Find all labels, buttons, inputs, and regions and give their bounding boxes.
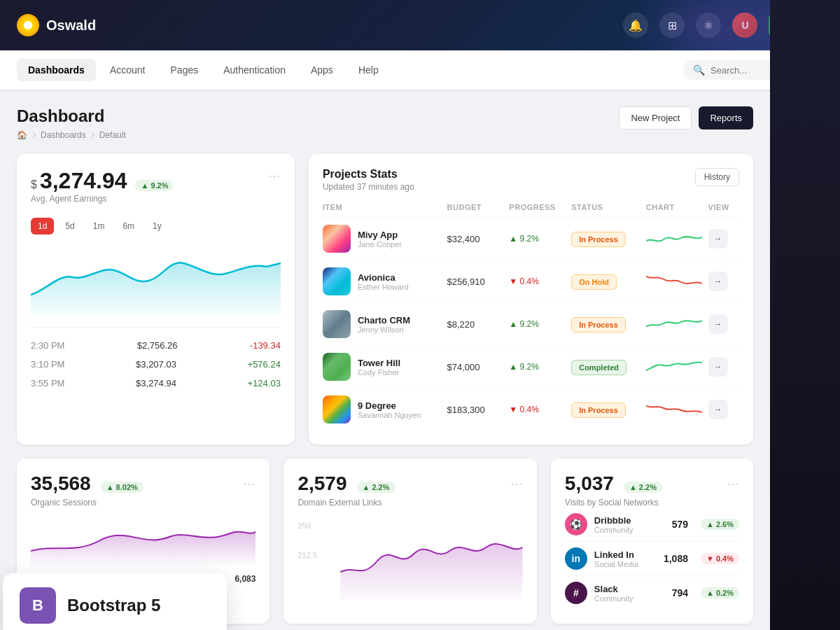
nav-item-account[interactable]: Account (99, 59, 157, 81)
bottom-grid: 35,568 ▲ 8.02% ⋯ Organic Sessions (17, 458, 753, 624)
slack-badge: ▲ 0.2% (701, 587, 739, 598)
nav-items: Dashboards Account Pages Authentication … (17, 59, 390, 81)
breadcrumb: 🏠 > Dashboards > Default (17, 130, 126, 140)
breadcrumb-default: Default (99, 130, 126, 140)
logo-icon (17, 14, 39, 36)
social-networks-card: 5,037 ▲ 2.2% ⋯ Visits by Social Networks… (551, 458, 753, 624)
navbar: Dashboards Account Pages Authentication … (0, 50, 840, 90)
status-badge: Completed (571, 360, 626, 375)
earnings-header: $ 3,274.94 ▲ 9.2% Avg. Agent Earnings ⋯ (31, 168, 281, 215)
topbar-right: 🔔 ⊞ ⚛ U + Invite (623, 13, 823, 38)
project-view-button[interactable]: → (708, 357, 728, 377)
metric-header: 35,568 ▲ 8.02% ⋯ (31, 472, 255, 495)
projects-subtitle: Updated 37 minutes ago (323, 182, 414, 192)
dribbble-badge: ▲ 2.6% (701, 519, 739, 530)
project-row: Tower Hill Cody Fisher $74,000 ▲ 9.2% Co… (323, 346, 739, 388)
project-thumb (323, 225, 351, 253)
project-thumb (323, 267, 351, 295)
social-row-linkedin: in Linked In Social Media 1,088 ▼ 0.4% (565, 542, 739, 576)
organic-sessions-menu[interactable]: ⋯ (243, 476, 255, 491)
project-view-button[interactable]: → (708, 314, 728, 334)
share-icon[interactable]: ⚛ (696, 13, 721, 38)
earnings-row: 2:30 PM $2,756.26 -139.34 (31, 336, 281, 355)
status-badge: On Hold (571, 274, 617, 290)
nav-item-authentication[interactable]: Authentication (212, 59, 297, 81)
project-row: Charto CRM Jenny Wilson $8,220 ▲ 9.2% In… (323, 303, 739, 346)
project-view-button[interactable]: → (708, 400, 728, 419)
mini-chart (646, 312, 702, 333)
search-box: 🔍 (683, 60, 823, 80)
dribbble-icon: ⚽ (565, 513, 587, 536)
project-view-button[interactable]: → (708, 229, 728, 248)
bootstrap-icon: B (20, 587, 56, 624)
bootstrap-text: Bootstrap 5 (67, 596, 160, 615)
dark-right-overlay (770, 0, 840, 630)
slack-icon: # (565, 582, 587, 604)
projects-title: Projects Stats (323, 168, 414, 181)
time-btn-1y[interactable]: 1y (146, 218, 169, 234)
earnings-badge: ▲ 9.2% (135, 180, 174, 191)
social-row-dribbble: ⚽ Dribbble Community 579 ▲ 2.6% (565, 507, 739, 542)
mini-chart (646, 355, 702, 376)
metric-header: 2,579 ▲ 2.2% ⋯ (298, 472, 522, 495)
top-grid: $ 3,274.94 ▲ 9.2% Avg. Agent Earnings ⋯ … (17, 154, 753, 444)
domain-links-card: 2,579 ▲ 2.2% ⋯ Domain External Links 250… (284, 458, 536, 624)
domain-links-badge: ▲ 2.2% (357, 482, 396, 493)
invite-button[interactable]: + Invite (769, 14, 823, 36)
time-buttons: 1d 5d 1m 6m 1y (31, 218, 281, 234)
project-thumb (323, 353, 351, 381)
page-header: Dashboard 🏠 > Dashboards > Default New P… (17, 106, 753, 140)
project-thumb (323, 310, 351, 338)
earnings-menu-button[interactable]: ⋯ (268, 168, 281, 183)
page-actions: New Project Reports (619, 106, 753, 130)
search-input[interactable] (710, 65, 813, 76)
metric-header: 5,037 ▲ 2.2% ⋯ (565, 472, 739, 495)
domain-chart: 250 212.5 (298, 516, 522, 600)
project-thumb (323, 396, 351, 424)
history-button[interactable]: History (695, 168, 739, 186)
time-btn-6m[interactable]: 6m (115, 218, 141, 234)
reports-button[interactable]: Reports (699, 106, 753, 130)
social-row-slack: # Slack Community 794 ▲ 0.2% (565, 576, 739, 610)
new-project-button[interactable]: New Project (619, 106, 692, 130)
domain-links-label: Domain External Links (298, 498, 522, 507)
breadcrumb-home-icon: 🏠 (17, 130, 27, 140)
time-btn-1m[interactable]: 1m (86, 218, 112, 234)
social-number: 5,037 (565, 472, 614, 495)
projects-table-header: ITEM BUDGET PROGRESS STATUS CHART VIEW (323, 203, 739, 218)
sessions-chart (31, 516, 255, 565)
domain-links-number: 2,579 (298, 472, 346, 495)
earnings-rows: 2:30 PM $2,756.26 -139.34 3:10 PM $3,207… (31, 327, 281, 393)
main-content: Dashboard 🏠 > Dashboards > Default New P… (0, 90, 770, 630)
settings-icon[interactable]: ⊞ (659, 13, 685, 38)
page-title: Dashboard (17, 106, 126, 126)
linkedin-icon: in (565, 547, 587, 570)
project-row: Avionica Esther Howard $256,910 ▼ 0.4% O… (323, 260, 739, 303)
organic-sessions-label: Organic Sessions (31, 498, 255, 507)
projects-header: Projects Stats Updated 37 minutes ago Hi… (323, 168, 739, 192)
status-badge: In Process (571, 232, 626, 247)
social-badge: ▲ 2.2% (624, 482, 662, 493)
project-row: Mivy App Jane Cooper $32,400 ▲ 9.2% In P… (323, 218, 739, 260)
time-btn-5d[interactable]: 5d (58, 218, 81, 234)
nav-item-apps[interactable]: Apps (300, 59, 344, 81)
nav-item-help[interactable]: Help (347, 59, 390, 81)
mini-chart (646, 227, 702, 248)
earnings-card: $ 3,274.94 ▲ 9.2% Avg. Agent Earnings ⋯ … (17, 154, 295, 444)
status-badge: In Process (571, 402, 626, 418)
search-icon: 🔍 (693, 64, 705, 76)
topbar: Oswald 🔔 ⊞ ⚛ U + Invite (0, 0, 840, 50)
earnings-amount: 3,274.94 (40, 168, 127, 194)
notifications-icon[interactable]: 🔔 (623, 13, 648, 38)
mini-chart (646, 398, 702, 419)
social-menu[interactable]: ⋯ (727, 476, 739, 491)
nav-item-pages[interactable]: Pages (160, 59, 210, 81)
nav-item-dashboards[interactable]: Dashboards (17, 59, 96, 81)
project-row: 9 Degree Savannah Nguyen $183,300 ▼ 0.4%… (323, 388, 739, 430)
project-view-button[interactable]: → (708, 272, 728, 291)
time-btn-1d[interactable]: 1d (31, 218, 54, 234)
currency-symbol: $ (31, 178, 37, 191)
organic-sessions-card: 35,568 ▲ 8.02% ⋯ Organic Sessions (17, 458, 270, 624)
domain-links-menu[interactable]: ⋯ (510, 476, 523, 491)
avatar[interactable]: U (732, 13, 757, 38)
